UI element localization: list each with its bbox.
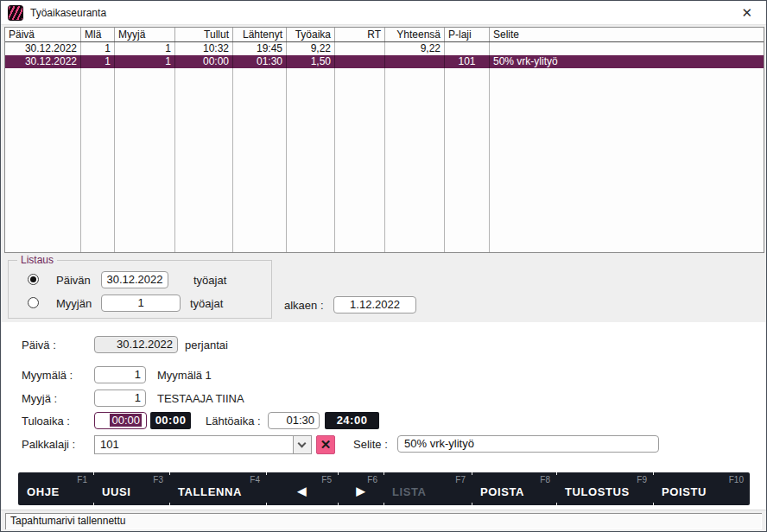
tuloaika-badge: 00:00 [150,412,191,429]
table-cell[interactable] [490,42,764,55]
fkey-label: F8 [540,475,550,484]
table-cell [385,68,445,252]
clear-palkkalaji-button[interactable]: ✕ [316,435,335,454]
column-header[interactable]: Päivä [5,28,81,41]
myyja-name-label: TESTAAJA TIINA [157,392,244,405]
lahtoaika-input[interactable]: 01:30 [268,412,320,429]
column-header[interactable]: Tullut [175,28,233,41]
button-label: POISTA [480,485,524,498]
column-header[interactable]: Työaika [287,28,335,41]
window-title: Työaikaseuranta [30,7,106,19]
table-cell[interactable]: 1 [81,55,115,68]
table-cell[interactable]: 00:00 [175,55,233,68]
table-row[interactable]: 30.12.20221100:0001:301,5010150% vrk-yli… [5,55,764,68]
tuloaika-input[interactable]: 00:00 [94,412,147,429]
table-cell[interactable]: 19:45 [233,42,287,55]
clear-icon: ✕ [320,437,332,452]
lista-button: F7LISTA [384,472,472,505]
button-label: UUSI [102,485,130,498]
status-bar: Tapahtumarivi tallennettu [1,510,766,531]
alkaen-label: alkaen : [284,299,324,312]
table-cell[interactable]: 50% vrk-ylityö [490,55,764,68]
button-label: TULOSTUS [565,485,630,498]
table-cell [175,68,233,252]
palkkalaji-dropdown-button[interactable] [293,436,311,453]
myymala-name-label: Myymälä 1 [157,369,212,382]
selite-input[interactable]: 50% vrk-ylityö [397,435,659,453]
palkkalaji-combobox[interactable]: 101 [94,435,312,454]
table-cell [490,68,764,252]
table-cell [115,68,175,252]
column-header[interactable]: RT [335,28,385,41]
tuloaika-selected-text: 00:00 [110,414,142,427]
table-cell[interactable]: 1,50 [287,55,335,68]
button-label: TALLENNA [178,485,242,498]
myyja-input[interactable]: 1 [94,390,146,407]
paiva-input[interactable]: 30.12.2022 [94,336,178,353]
table-cell[interactable] [335,42,385,55]
arrow-left-icon: ◀ [266,484,338,497]
table-cell[interactable]: 1 [115,42,175,55]
myymala-input[interactable]: 1 [94,366,146,383]
myyjan-id-input[interactable]: 1 [101,294,181,312]
paiva-label: Päivä : [22,339,56,352]
column-header[interactable]: Lähtenyt [233,28,287,41]
paivan-suffix-label: työajat [193,274,226,287]
tuloaika-label: Tuloaika : [22,415,70,428]
tulostus-button[interactable]: F9TULOSTUS [556,472,653,505]
next-button[interactable]: F6▶ [338,472,384,505]
table-cell[interactable]: 9,22 [385,42,445,55]
lahtoaika-badge: 24:00 [325,412,379,429]
prev-button[interactable]: F5◀ [266,472,338,505]
palkkalaji-value: 101 [100,438,119,451]
radio-paivan-label: Päivän [56,274,91,287]
column-header[interactable]: Myyjä [115,28,175,41]
column-header[interactable]: Yhteensä [385,28,445,41]
uusi-button[interactable]: F3UUSI [93,472,169,505]
fkey-label: F5 [321,475,332,484]
radio-paivan[interactable] [28,274,39,285]
table-cell[interactable] [445,42,490,55]
table-cell[interactable]: 10:32 [175,42,233,55]
table-cell[interactable]: 1 [115,55,175,68]
app-window: Työaikaseuranta ✕ PäiväMläMyyjäTullutLäh… [0,0,767,532]
table-cell[interactable] [335,55,385,68]
table-cell [233,68,287,252]
table-cell[interactable]: 30.12.2022 [5,42,81,55]
weekday-label: perjantai [185,339,228,352]
radio-myyjan[interactable] [28,297,39,308]
table-cell[interactable]: 30.12.2022 [5,55,81,68]
table-cell [5,68,81,252]
table-row[interactable]: 30.12.20221110:3219:459,229,22 [5,42,764,55]
table-cell[interactable] [385,55,445,68]
myyjan-suffix-label: työajat [190,297,223,310]
table-cell [445,68,490,252]
poistu-button[interactable]: F10POISTU [653,472,750,505]
myymala-label: Myymälä : [22,369,73,382]
status-message: Tapahtumarivi tallennettu [5,513,762,529]
column-header[interactable]: Mlä [81,28,115,41]
arrow-right-icon: ▶ [338,484,384,497]
tallenna-button[interactable]: F4TALLENNA [169,472,266,505]
close-icon[interactable]: ✕ [734,2,759,24]
table-cell[interactable]: 101 [445,55,490,68]
alkaen-date-input[interactable]: 1.12.2022 [333,296,416,314]
myyja-label: Myyjä : [22,392,57,405]
table-cell[interactable]: 01:30 [233,55,287,68]
table-cell[interactable]: 9,22 [287,42,335,55]
table-body: 30.12.20221110:3219:459,229,2230.12.2022… [5,42,764,252]
paivan-date-input[interactable]: 30.12.2022 [101,271,168,288]
column-header[interactable]: Selite [490,28,764,41]
table-cell[interactable]: 1 [81,42,115,55]
table-cell [335,68,385,252]
poista-button[interactable]: F8POISTA [472,472,556,505]
selite-label: Selite : [353,438,388,451]
fkey-label: F7 [455,475,466,484]
column-header[interactable]: P-laji [445,28,490,41]
listaus-groupbox: Listaus Päivän 30.12.2022 työajat Myyjän… [8,260,272,319]
ohje-button[interactable]: F1OHJE [18,472,93,505]
worktime-table: PäiväMläMyyjäTullutLähtenytTyöaikaRTYhte… [4,27,764,253]
table-cell [287,68,335,252]
chevron-down-icon [298,440,307,448]
listaus-legend: Listaus [17,254,57,266]
